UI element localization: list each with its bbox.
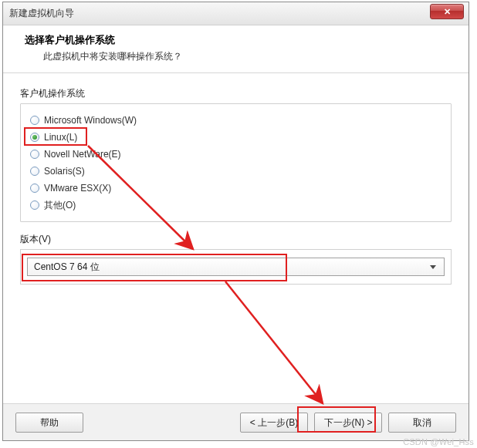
watermark: CSDN @Wei_Hss <box>403 437 474 446</box>
page-title: 选择客户机操作系统 <box>25 33 453 47</box>
radio-label: VMware ESX(X) <box>44 183 111 194</box>
os-option-windows[interactable]: Microsoft Windows(W) <box>30 112 441 129</box>
radio-icon <box>30 116 39 125</box>
page-subtitle: 此虚拟机中将安装哪种操作系统？ <box>25 50 453 63</box>
radio-icon <box>30 200 39 210</box>
os-option-other[interactable]: 其他(O) <box>30 197 441 214</box>
radio-icon <box>30 167 39 176</box>
os-option-esx[interactable]: VMware ESX(X) <box>30 180 441 197</box>
window-title: 新建虚拟机向导 <box>9 7 74 20</box>
os-group-label: 客户机操作系统 <box>20 87 452 100</box>
os-radio-group: Microsoft Windows(W) Linux(L) Novell Net… <box>20 103 452 222</box>
wizard-content: 客户机操作系统 Microsoft Windows(W) Linux(L) No… <box>3 73 469 405</box>
radio-label: Novell NetWare(E) <box>44 149 121 160</box>
chevron-down-icon <box>430 265 436 269</box>
radio-label: 其他(O) <box>44 199 76 212</box>
os-option-solaris[interactable]: Solaris(S) <box>30 163 441 180</box>
version-selected-text: CentOS 7 64 位 <box>34 261 430 274</box>
wizard-button-bar: 帮助 < 上一步(B) 下一步(N) > 取消 <box>3 403 469 440</box>
version-combobox[interactable]: CentOS 7 64 位 <box>27 258 445 276</box>
radio-label: Solaris(S) <box>44 166 85 177</box>
wizard-window: 新建虚拟机向导 ✕ 选择客户机操作系统 此虚拟机中将安装哪种操作系统？ 客户机操… <box>2 2 469 441</box>
radio-icon <box>30 184 39 193</box>
next-button[interactable]: 下一步(N) > <box>314 413 382 433</box>
version-label: 版本(V) <box>20 233 452 246</box>
radio-label: Microsoft Windows(W) <box>44 115 137 126</box>
os-option-linux[interactable]: Linux(L) <box>30 129 441 146</box>
radio-icon <box>30 150 39 159</box>
version-group: CentOS 7 64 位 <box>20 249 452 285</box>
radio-label: Linux(L) <box>44 132 77 143</box>
os-option-netware[interactable]: Novell NetWare(E) <box>30 146 441 163</box>
back-button[interactable]: < 上一步(B) <box>240 413 308 433</box>
titlebar: 新建虚拟机向导 ✕ <box>3 2 469 25</box>
wizard-header: 选择客户机操作系统 此虚拟机中将安装哪种操作系统？ <box>3 25 469 73</box>
cancel-button[interactable]: 取消 <box>388 413 456 433</box>
help-button[interactable]: 帮助 <box>15 413 83 433</box>
close-button[interactable]: ✕ <box>430 4 464 19</box>
close-icon: ✕ <box>444 7 451 16</box>
radio-icon <box>30 133 39 142</box>
